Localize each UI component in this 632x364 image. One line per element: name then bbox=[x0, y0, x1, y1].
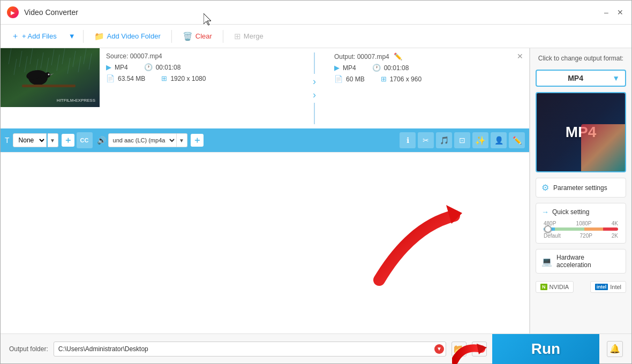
output-filename: Output: 00007.mp4 bbox=[334, 53, 389, 60]
subtitle-icon: T bbox=[5, 136, 10, 145]
merge-icon: ⊞ bbox=[234, 32, 241, 41]
output-file-icon: 📄 bbox=[334, 75, 343, 83]
convert-arrow-2: › bbox=[313, 89, 316, 101]
window-title: Video Converter bbox=[24, 8, 601, 17]
parameter-settings-button[interactable]: ⚙ Parameter settings bbox=[536, 178, 626, 198]
file-icon: 📄 bbox=[106, 74, 115, 82]
svg-point-21 bbox=[48, 74, 50, 75]
divider-line-top bbox=[314, 52, 315, 74]
files-panel: HITFILM•EXPRESS Source: 00007.mp4 ▶ MP4 bbox=[1, 48, 530, 333]
label-1080p: 1080P bbox=[576, 221, 592, 226]
output-folder-input[interactable] bbox=[54, 342, 446, 357]
output-duration: 🕐 00:01:08 bbox=[372, 64, 409, 72]
quality-slider-track[interactable] bbox=[544, 228, 618, 231]
output-format-icon: ▶ bbox=[334, 64, 340, 72]
source-filename: Source: 00007.mp4 bbox=[106, 52, 295, 60]
sublabel-720p: 720P bbox=[580, 233, 592, 239]
right-panel: Click to change output format: MP4 ▼ MP4… bbox=[530, 48, 631, 333]
add-subtitle-button[interactable]: ＋ bbox=[62, 134, 74, 147]
nvidia-button[interactable]: N NVIDIA bbox=[536, 281, 574, 293]
subtitle-select[interactable]: None bbox=[13, 133, 47, 147]
format-icon: ▶ bbox=[106, 63, 111, 71]
main-content: HITFILM•EXPRESS Source: 00007.mp4 ▶ MP4 bbox=[1, 48, 631, 333]
format-preview: MP4 bbox=[536, 92, 626, 172]
file-item: HITFILM•EXPRESS Source: 00007.mp4 ▶ MP4 bbox=[1, 48, 529, 153]
hw-accel-icon: 💻 bbox=[541, 256, 552, 267]
bottom-bar: Output folder: ▼ 📂 ⊞ Run bbox=[1, 333, 631, 363]
run-button-container: Run bbox=[492, 334, 599, 364]
minimize-button[interactable]: – bbox=[601, 7, 611, 17]
intel-label: Intel bbox=[610, 284, 621, 290]
audio-dropdown-arrow[interactable]: ▼ bbox=[177, 133, 187, 147]
subtitle-edit-button[interactable]: ✏️ bbox=[509, 132, 525, 148]
alarm-button[interactable]: 🔔 bbox=[607, 341, 623, 357]
label-4k: 4K bbox=[612, 221, 618, 226]
close-file-button[interactable]: ✕ bbox=[515, 51, 525, 61]
info-button[interactable]: ℹ bbox=[400, 132, 416, 148]
source-format: ▶ MP4 bbox=[106, 63, 128, 71]
format-selector[interactable]: MP4 ▼ bbox=[536, 70, 626, 87]
run-button[interactable]: Run bbox=[492, 334, 599, 364]
file-row: HITFILM•EXPRESS Source: 00007.mp4 ▶ MP4 bbox=[1, 48, 529, 128]
add-audio-button[interactable]: ＋ bbox=[191, 134, 204, 147]
source-duration: 🕐 00:01:08 bbox=[144, 63, 181, 71]
cut-button[interactable]: ✂ bbox=[418, 132, 434, 148]
titlebar: ▶ Video Converter – ✕ bbox=[1, 1, 631, 25]
file-source-info: Source: 00007.mp4 ▶ MP4 🕐 00:01:08 bbox=[100, 48, 301, 128]
output-folder-dropdown-button[interactable]: ▼ bbox=[434, 344, 444, 354]
subtitle-selector: T None ▼ bbox=[5, 133, 58, 147]
nvidia-label: NVIDIA bbox=[550, 284, 569, 290]
hardware-acceleration-button[interactable]: 💻 Hardware acceleration bbox=[536, 249, 626, 274]
intel-button[interactable]: intel Intel bbox=[590, 281, 626, 293]
audio-icon: 🔊 bbox=[97, 136, 106, 145]
file-thumbnail: HITFILM•EXPRESS bbox=[1, 48, 100, 107]
add-video-folder-button[interactable]: 📁 Add Video Folder bbox=[88, 28, 167, 44]
quick-setting-label: Quick setting bbox=[552, 208, 589, 216]
add-files-dropdown[interactable]: ▼ bbox=[65, 29, 79, 43]
clear-button[interactable]: 🗑️ Clear bbox=[176, 28, 219, 44]
mp4-preview: MP4 bbox=[537, 93, 625, 171]
source-resolution: ⊞ 1920 x 1080 bbox=[161, 74, 206, 82]
output-folder-input-container: ▼ bbox=[54, 342, 446, 357]
selected-format: MP4 bbox=[542, 74, 609, 82]
audio-select[interactable]: und aac (LC) (mp4a bbox=[108, 133, 177, 147]
close-button[interactable]: ✕ bbox=[615, 7, 625, 17]
convert-arrow-1: › bbox=[313, 76, 316, 87]
audio-edit-button[interactable]: 🎵 bbox=[436, 132, 452, 148]
intel-logo: intel bbox=[595, 284, 608, 290]
watermark-button[interactable]: 👤 bbox=[491, 132, 507, 148]
trash-icon: 🗑️ bbox=[183, 32, 193, 41]
crop-button[interactable]: ⊡ bbox=[454, 132, 470, 148]
run-arrow-decoration bbox=[452, 334, 490, 364]
quick-setting-icon: → bbox=[541, 208, 549, 216]
source-size: 📄 63.54 MB bbox=[106, 74, 145, 82]
effect-button[interactable]: ✨ bbox=[472, 132, 488, 148]
audio-selector: 🔊 und aac (LC) (mp4a ▼ bbox=[97, 133, 187, 147]
output-clock-icon: 🕐 bbox=[372, 64, 381, 72]
svg-point-20 bbox=[45, 72, 50, 78]
quick-setting-container: → Quick setting 480P 1080P 4K Default 72… bbox=[536, 203, 626, 244]
file-convert-divider: › › bbox=[301, 48, 328, 128]
app-icon: ▶ bbox=[7, 6, 19, 18]
action-toolbar: T None ▼ ＋ CC 🔊 und aac (LC) (mp4a bbox=[1, 128, 529, 152]
preview-overlay bbox=[581, 124, 626, 171]
thumbnail-image: HITFILM•EXPRESS bbox=[1, 48, 100, 107]
cc-button[interactable]: CC bbox=[77, 132, 93, 148]
run-label: Run bbox=[531, 340, 560, 358]
format-change-label: Click to change output format: bbox=[536, 55, 626, 62]
subtitle-dropdown-arrow[interactable]: ▼ bbox=[48, 133, 58, 147]
quality-slider-container: 480P 1080P 4K Default 720P 2K bbox=[541, 221, 620, 239]
output-header: Output: 00007.mp4 ✏️ bbox=[334, 52, 523, 60]
plus-icon: ＋ bbox=[11, 31, 19, 41]
merge-button[interactable]: ⊞ Merge bbox=[228, 28, 270, 44]
quality-top-labels: 480P 1080P 4K bbox=[544, 221, 618, 226]
folder-icon: 📁 bbox=[94, 32, 104, 41]
param-settings-icon: ⚙ bbox=[541, 183, 549, 193]
source-meta: ▶ MP4 🕐 00:01:08 bbox=[106, 63, 295, 71]
edit-output-icon[interactable]: ✏️ bbox=[394, 52, 402, 60]
output-meta-2: 📄 60 MB ⊞ 1706 x 960 bbox=[334, 75, 523, 83]
window-controls: – ✕ bbox=[601, 7, 625, 17]
quality-slider-thumb[interactable] bbox=[544, 225, 552, 233]
add-files-button[interactable]: ＋ + Add Files bbox=[5, 28, 63, 44]
thumbnail-watermark: HITFILM•EXPRESS bbox=[57, 98, 95, 103]
